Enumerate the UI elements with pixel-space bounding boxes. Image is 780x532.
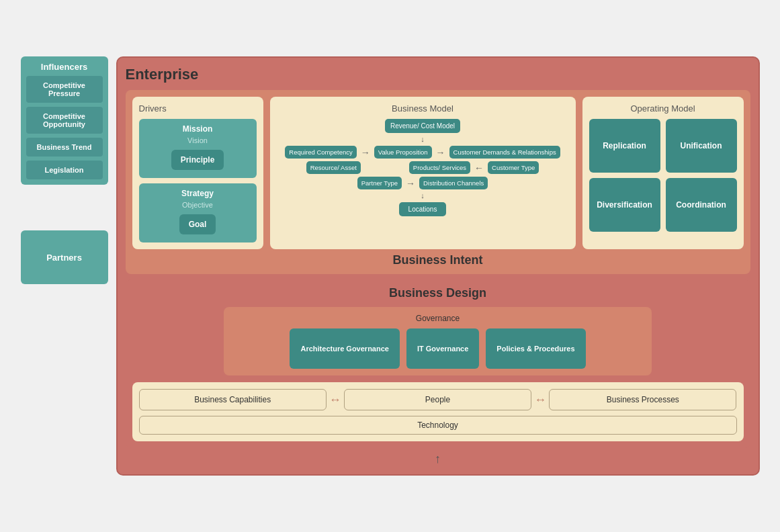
drivers-principle: Principle bbox=[171, 150, 224, 170]
bm-required-competency: Required Competency bbox=[285, 146, 357, 159]
bm-row-2: Required Competency → Value Proposition … bbox=[285, 146, 560, 159]
bm-products-services: Products/ Services bbox=[409, 161, 470, 174]
arrow-people-proc: ↔ bbox=[531, 393, 549, 407]
influencer-legislation: Legislation bbox=[26, 161, 103, 179]
gov-it: IT Governance bbox=[406, 328, 479, 369]
bottom-top: Business Capabilities ↔ People ↔ Busines… bbox=[139, 389, 737, 410]
bottom-arrow-up: ↑ bbox=[126, 452, 750, 466]
bm-flow: Revenue/ Cost Model ↓ Required Competenc… bbox=[277, 119, 569, 216]
business-design-section: Business Design Governance Architecture … bbox=[126, 279, 750, 448]
arrow-right-3: ← bbox=[474, 163, 484, 173]
drivers-strategy-box: Strategy Objective Goal bbox=[139, 183, 257, 242]
left-column: Influencers Competitive Pressure Competi… bbox=[21, 56, 108, 284]
arrow-down-2: ↓ bbox=[421, 192, 425, 200]
top-row: Drivers Mission Vision Principle Strateg… bbox=[132, 97, 744, 249]
gov-architecture: Architecture Governance bbox=[290, 328, 399, 369]
drivers-goal: Goal bbox=[179, 214, 216, 234]
om-replication: Replication bbox=[589, 119, 660, 173]
influencer-competitive-pressure: Competitive Pressure bbox=[26, 76, 103, 103]
bm-resource-asset: Resource/ Asset bbox=[306, 161, 361, 174]
om-diversification: Diversification bbox=[589, 178, 660, 232]
business-design-title: Business Design bbox=[132, 286, 744, 300]
business-intent-label: Business Intent bbox=[132, 253, 744, 267]
arrow-down-1: ↓ bbox=[421, 136, 425, 143]
om-grid: Replication Unification Diversification … bbox=[589, 119, 737, 232]
om-unification: Unification bbox=[666, 119, 737, 173]
drivers-mission-box: Mission Vision Principle bbox=[139, 119, 257, 178]
bm-customer-demands: Customer Demands & Relationships bbox=[449, 146, 560, 159]
bm-row-1: Revenue/ Cost Model bbox=[385, 119, 460, 133]
bm-revenue-cost: Revenue/ Cost Model bbox=[385, 119, 460, 133]
enterprise-box: Enterprise Drivers Mission Vision Princi… bbox=[116, 56, 760, 476]
business-model-box: Business Model Revenue/ Cost Model ↓ Req… bbox=[270, 97, 576, 249]
drivers-mission: Mission bbox=[183, 124, 213, 134]
operating-model-box: Operating Model Replication Unification … bbox=[582, 97, 744, 249]
enterprise-title: Enterprise bbox=[126, 66, 750, 83]
governance-title: Governance bbox=[230, 314, 645, 323]
drivers-title: Drivers bbox=[139, 103, 257, 114]
drivers-vision: Vision bbox=[187, 136, 208, 144]
gov-policies: Policies & Procedures bbox=[486, 328, 585, 369]
partners-box: Partners bbox=[21, 230, 108, 284]
business-model-title: Business Model bbox=[277, 103, 569, 114]
bm-row-4: Partner Type → Distribution Channels bbox=[357, 177, 488, 189]
arrow-right-1: → bbox=[361, 147, 370, 158]
bm-row-3: Resource/ Asset Products/ Services ← Cus… bbox=[306, 161, 539, 174]
drivers-strategy: Strategy bbox=[181, 189, 214, 198]
bottom-capabilities: Business Capabilities bbox=[139, 389, 327, 410]
operating-model-title: Operating Model bbox=[589, 103, 737, 114]
influencer-competitive-opportunity: Competitive Opportunity bbox=[26, 107, 103, 134]
bottom-row: Business Capabilities ↔ People ↔ Busines… bbox=[132, 382, 744, 441]
arrow-right-4: → bbox=[406, 178, 415, 189]
drivers-objective: Objective bbox=[182, 201, 213, 209]
bottom-people: People bbox=[344, 389, 531, 410]
governance-outer: Governance Architecture Governance IT Go… bbox=[224, 307, 652, 375]
om-coordination: Coordination bbox=[666, 178, 737, 232]
bm-row-5: Locations bbox=[399, 202, 446, 216]
bm-customer-type: Customer Type bbox=[488, 161, 539, 174]
influencers-title: Influencers bbox=[41, 62, 87, 72]
arrow-right-2: → bbox=[436, 147, 445, 158]
arrow-cap-people: ↔ bbox=[327, 393, 344, 407]
bm-locations: Locations bbox=[399, 202, 446, 216]
bottom-processes: Business Processes bbox=[549, 389, 736, 410]
outer-container: Influencers Competitive Pressure Competi… bbox=[21, 56, 760, 476]
technology-bar: Technology bbox=[139, 416, 737, 435]
influencers-box: Influencers Competitive Pressure Competi… bbox=[21, 56, 108, 185]
drivers-box: Drivers Mission Vision Principle Strateg… bbox=[132, 97, 263, 249]
business-intent-section: Drivers Mission Vision Principle Strateg… bbox=[126, 90, 750, 274]
influencer-business-trend: Business Trend bbox=[26, 138, 103, 157]
governance-inner: Architecture Governance IT Governance Po… bbox=[230, 328, 645, 369]
bm-partner-type: Partner Type bbox=[357, 177, 402, 189]
bm-distribution-channels: Distribution Channels bbox=[419, 177, 488, 189]
bm-value-proposition: Value Proposition bbox=[374, 146, 432, 159]
